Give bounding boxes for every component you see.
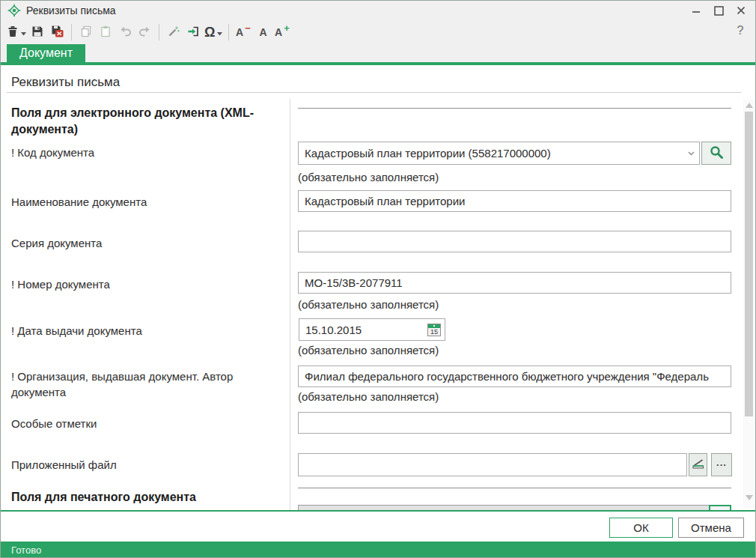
- code-search-button[interactable]: [701, 142, 731, 165]
- window-title: Реквизиты письма: [26, 4, 116, 16]
- font-increase-button[interactable]: A+: [272, 22, 292, 42]
- close-button[interactable]: [730, 2, 752, 19]
- footer: ОК Отмена: [1, 512, 755, 542]
- undo-button[interactable]: [115, 22, 135, 42]
- label-organization: ! Организация, выдавшая документ. Автор …: [11, 369, 282, 400]
- section-underline: [7, 92, 741, 93]
- issue-date-field[interactable]: 15: [299, 318, 445, 341]
- code-combobox[interactable]: [298, 142, 700, 165]
- minimize-button[interactable]: [685, 2, 707, 19]
- toolbar-separator: [159, 24, 159, 40]
- organization-input[interactable]: [298, 366, 731, 387]
- label-number: ! Номер документа: [11, 276, 282, 292]
- column-divider: [290, 99, 290, 510]
- chevron-down-icon[interactable]: [683, 142, 699, 164]
- font-default-button[interactable]: A: [253, 22, 272, 42]
- font-a-icon: A: [236, 27, 243, 37]
- help-button[interactable]: ?: [731, 22, 749, 40]
- label-code: ! Код документа: [11, 145, 282, 160]
- scan-button[interactable]: [689, 453, 707, 476]
- label-issue-date: ! Дата выдачи документа: [11, 323, 282, 339]
- name-input[interactable]: [298, 190, 731, 212]
- tabstrip: Документ: [1, 44, 755, 62]
- required-hint: (обязательно заполняется): [298, 298, 439, 311]
- scroll-up-button[interactable]: [743, 100, 755, 110]
- required-hint: (обязательно заполняется): [298, 344, 439, 357]
- copy-button[interactable]: [76, 22, 96, 42]
- toolbar-separator: [228, 24, 229, 40]
- scroll-down-button[interactable]: [743, 492, 755, 503]
- required-hint: (обязательно заполняется): [298, 171, 439, 184]
- series-input[interactable]: [298, 231, 731, 252]
- maximize-button[interactable]: [707, 2, 730, 19]
- minus-icon: −: [245, 23, 251, 33]
- omega-icon: Ω: [204, 25, 215, 39]
- window: Реквизиты письма: [0, 0, 756, 558]
- tab-dokument[interactable]: Документ: [7, 44, 85, 62]
- status-text: Готово: [11, 545, 41, 556]
- redo-button[interactable]: [135, 22, 154, 42]
- cancel-button[interactable]: Отмена: [678, 518, 744, 538]
- label-name: Наименование документа: [11, 194, 282, 210]
- calendar-icon[interactable]: 15: [427, 324, 441, 336]
- paste-button[interactable]: [96, 22, 115, 42]
- paste-icon: [100, 25, 112, 40]
- group-printed-title: Поля для печатного документа: [11, 489, 282, 506]
- browse-button[interactable]: ...: [711, 453, 732, 476]
- ok-button[interactable]: ОК: [609, 518, 673, 538]
- field-separator-line: [298, 108, 731, 109]
- vertical-scrollbar[interactable]: [743, 100, 755, 509]
- symbols-button[interactable]: Ω: [203, 22, 224, 42]
- calendar-icon-day: 15: [428, 328, 440, 336]
- page-title: Реквизиты письма: [11, 75, 120, 90]
- trash-icon: [7, 25, 19, 40]
- partial-next-input[interactable]: [298, 505, 731, 510]
- magic-wand-icon: [168, 25, 180, 40]
- triangle-up-icon: [746, 103, 753, 108]
- save-and-close-button[interactable]: [47, 22, 67, 42]
- scrollbar-thumb[interactable]: [745, 112, 753, 416]
- undo-icon: [119, 25, 132, 39]
- autofill-button[interactable]: [164, 22, 183, 42]
- import-button[interactable]: [183, 22, 203, 42]
- chevron-down-icon: [21, 27, 26, 38]
- group-electronic-title: Поля для электронного документа (XML-док…: [11, 105, 282, 138]
- plus-icon: +: [284, 23, 290, 33]
- label-series: Серия документа: [11, 235, 282, 251]
- font-a-icon: A: [275, 27, 282, 37]
- partial-next-button[interactable]: [709, 505, 731, 510]
- redo-icon: [138, 25, 151, 39]
- save-icon: [31, 25, 43, 40]
- number-input[interactable]: [298, 272, 731, 294]
- titlebar: Реквизиты письма: [1, 1, 755, 20]
- import-icon: [187, 25, 199, 40]
- save-button[interactable]: [28, 22, 47, 42]
- copy-icon: [80, 25, 92, 40]
- statusbar: Готово: [1, 542, 755, 558]
- scanner-icon: [692, 458, 705, 472]
- floppy-x-icon: [51, 25, 64, 40]
- field-separator-line: [298, 488, 731, 488]
- code-input[interactable]: [299, 147, 683, 160]
- special-marks-input[interactable]: [298, 412, 731, 434]
- font-a-icon: A: [259, 27, 266, 37]
- required-hint: (обязательно заполняется): [298, 390, 439, 403]
- issue-date-input[interactable]: [299, 324, 427, 336]
- search-icon: [709, 145, 724, 162]
- font-decrease-button[interactable]: A−: [234, 22, 253, 42]
- toolbar-separator: [71, 24, 72, 40]
- triangle-down-icon: [746, 495, 753, 500]
- chevron-down-icon: [217, 27, 222, 38]
- attached-file-input[interactable]: [298, 453, 687, 476]
- app-icon: [7, 4, 21, 17]
- delete-button[interactable]: [5, 22, 28, 42]
- label-special-marks: Особые отметки: [11, 416, 282, 431]
- accent-bar: [1, 62, 755, 65]
- partial-next-field: [298, 505, 731, 510]
- toolbar: Ω A− A A+: [1, 20, 755, 44]
- label-attached-file: Приложенный файл: [11, 457, 282, 473]
